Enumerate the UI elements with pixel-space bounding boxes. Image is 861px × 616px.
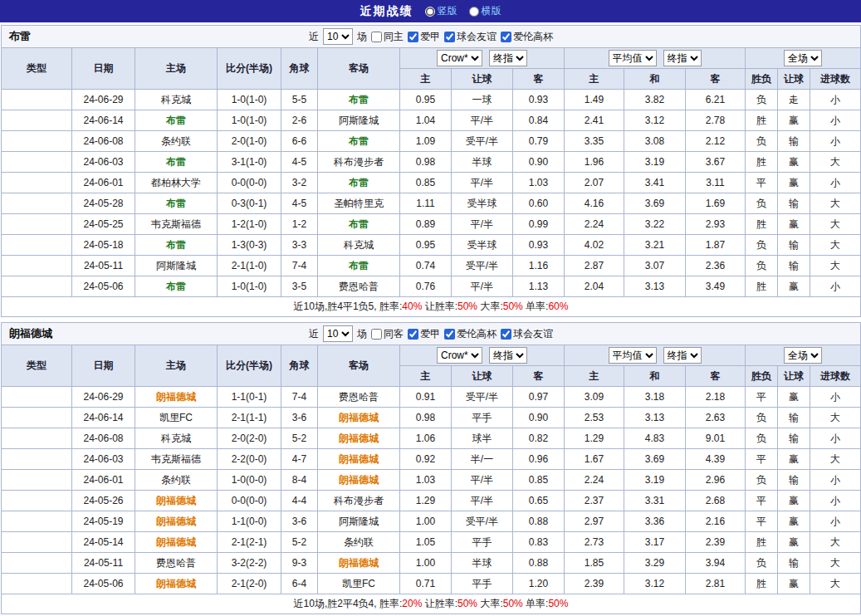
- summary-segment: 大率:: [477, 301, 503, 312]
- away-team: 阿斯隆城: [318, 511, 400, 532]
- away-odds: 0.90: [513, 152, 565, 173]
- filter-checkbox-0[interactable]: 同主: [371, 30, 404, 44]
- filter-checkbox-3[interactable]: 球会友谊: [501, 327, 553, 341]
- score-halftime: 1-0(0-0): [218, 470, 281, 491]
- score-halftime: 1-3(0-3): [218, 235, 281, 256]
- average-select[interactable]: 平均值: [609, 50, 657, 66]
- sub-column-header: 客: [513, 69, 565, 90]
- odds-selector-cell: Crow*终指: [400, 48, 565, 69]
- odds-stage-select[interactable]: 终指: [489, 347, 527, 364]
- avg-home-odds: 2.24: [565, 470, 624, 491]
- home-team: 朗福德城: [135, 491, 218, 511]
- handicap-line: 半/一: [452, 449, 513, 470]
- layout-vertical-radio[interactable]: 竖版: [425, 4, 457, 18]
- goals-size: 小: [810, 491, 861, 511]
- score-halftime: 0-0(0-0): [218, 173, 281, 193]
- scope-select[interactable]: 全场: [784, 347, 822, 364]
- avg-draw-odds: 3.13: [624, 408, 686, 428]
- filter-checkbox-3[interactable]: 爱伦高杯: [501, 30, 553, 44]
- selector-header-row: 类型日期主场比分(半场)角球客场Crow*终指平均值终指全场: [2, 345, 861, 366]
- away-odds: 1.16: [513, 256, 565, 276]
- summary-segment: 40%: [402, 301, 422, 312]
- match-date: 24-05-26: [72, 491, 135, 511]
- match-date: 24-06-29: [72, 387, 135, 408]
- filter-checkbox-1-input[interactable]: [408, 32, 418, 42]
- filter-checkbox-3-input[interactable]: [501, 32, 511, 42]
- avg-stage-select[interactable]: 终指: [663, 50, 702, 66]
- page-title: 近期战绩: [360, 4, 413, 19]
- match-date: 24-05-28: [72, 193, 135, 214]
- filter-checkbox-3-label: 爱伦高杯: [513, 30, 553, 44]
- league-type: 爱甲: [2, 214, 72, 235]
- filter-checkbox-1[interactable]: 爱甲: [408, 327, 440, 341]
- score-halftime: 0-0(0-0): [218, 491, 281, 511]
- result: 平: [746, 511, 778, 532]
- filter-checkbox-0-input[interactable]: [371, 32, 382, 42]
- layout-horizontal-radio-input[interactable]: [469, 7, 479, 17]
- home-odds: 0.91: [400, 387, 452, 408]
- column-header: 角球: [281, 48, 318, 90]
- bookmaker-select[interactable]: Crow*: [437, 50, 482, 66]
- column-header: 类型: [2, 48, 72, 90]
- away-team: 布雷: [318, 214, 400, 235]
- away-team: 圣帕特里克: [318, 193, 400, 214]
- sub-column-header: 让球: [452, 69, 513, 90]
- avg-stage-select[interactable]: 终指: [663, 347, 702, 364]
- layout-horizontal-radio[interactable]: 横版: [469, 4, 501, 18]
- goals-size: 小: [810, 131, 861, 152]
- home-odds: 1.09: [400, 131, 452, 152]
- sub-column-header: 客: [686, 69, 746, 90]
- average-select[interactable]: 平均值: [609, 347, 657, 364]
- home-team: 条约联: [135, 131, 218, 152]
- filter-checkbox-1-input[interactable]: [408, 329, 418, 340]
- avg-home-odds: 3.35: [565, 131, 624, 152]
- summary-segment: 单率:: [523, 301, 549, 312]
- filter-checkbox-0-input[interactable]: [371, 329, 382, 340]
- avg-away-odds: 6.21: [686, 90, 746, 110]
- corner-score: 5-2: [281, 532, 318, 553]
- filter-checkbox-3-input[interactable]: [501, 329, 511, 340]
- home-odds: 0.85: [400, 173, 452, 193]
- league-type: 球会友谊: [2, 193, 72, 214]
- handicap-line: 平/半: [452, 173, 513, 193]
- goals-size: 小: [810, 511, 861, 532]
- team-name: 布雷: [9, 29, 31, 44]
- league-type: 爱甲: [2, 408, 72, 428]
- avg-home-odds: 4.02: [565, 235, 624, 256]
- games-count-select[interactable]: 10: [323, 28, 353, 45]
- filter-checkbox-0[interactable]: 同客: [371, 327, 404, 341]
- league-type: 爱甲: [2, 449, 72, 470]
- league-type: 爱甲: [2, 574, 72, 594]
- filter-checkbox-1[interactable]: 爱甲: [408, 30, 440, 44]
- scope-selector-cell: 全场: [746, 345, 861, 366]
- layout-vertical-radio-input[interactable]: [425, 7, 435, 17]
- bookmaker-select[interactable]: Crow*: [437, 347, 482, 364]
- handicap-result: 赢: [778, 532, 810, 553]
- home-odds: 0.92: [400, 449, 452, 470]
- filter-controls: 近10场同客爱甲爱伦高杯球会友谊: [309, 325, 553, 342]
- filter-checkbox-2[interactable]: 球会友谊: [444, 30, 497, 44]
- avg-away-odds: 2.93: [686, 214, 746, 235]
- away-odds: 0.65: [513, 491, 565, 511]
- handicap-result: 赢: [778, 449, 810, 470]
- match-row: 爱甲24-05-11阿斯隆城2-1(1-0)7-4布雷0.74受平/半1.162…: [2, 256, 861, 276]
- home-team: 凯里FC: [135, 408, 218, 428]
- games-count-select[interactable]: 10: [323, 325, 353, 342]
- home-team: 布雷: [135, 193, 218, 214]
- recent-results-table: 朗福德城近10场同客爱甲爱伦高杯球会友谊类型日期主场比分(半场)角球客场Crow…: [1, 322, 861, 614]
- avg-home-odds: 2.73: [565, 532, 624, 553]
- match-row: 爱甲24-05-06布雷1-0(1-0)3-5费恩哈普0.76平/半1.132.…: [2, 276, 861, 297]
- filter-checkbox-2-input[interactable]: [444, 32, 455, 42]
- goals-size: 大: [810, 235, 861, 256]
- filter-checkbox-2[interactable]: 爱伦高杯: [444, 327, 497, 341]
- odds-stage-select[interactable]: 终指: [489, 50, 527, 66]
- league-type: 爱甲: [2, 276, 72, 297]
- avg-home-odds: 2.87: [565, 256, 624, 276]
- scope-select[interactable]: 全场: [784, 50, 822, 66]
- corner-score: 1-2: [281, 214, 318, 235]
- goals-size: 小: [810, 387, 861, 408]
- result: 平: [746, 387, 778, 408]
- league-type: 爱甲: [2, 131, 72, 152]
- away-odds: 0.82: [513, 428, 565, 449]
- filter-checkbox-2-input[interactable]: [444, 329, 455, 340]
